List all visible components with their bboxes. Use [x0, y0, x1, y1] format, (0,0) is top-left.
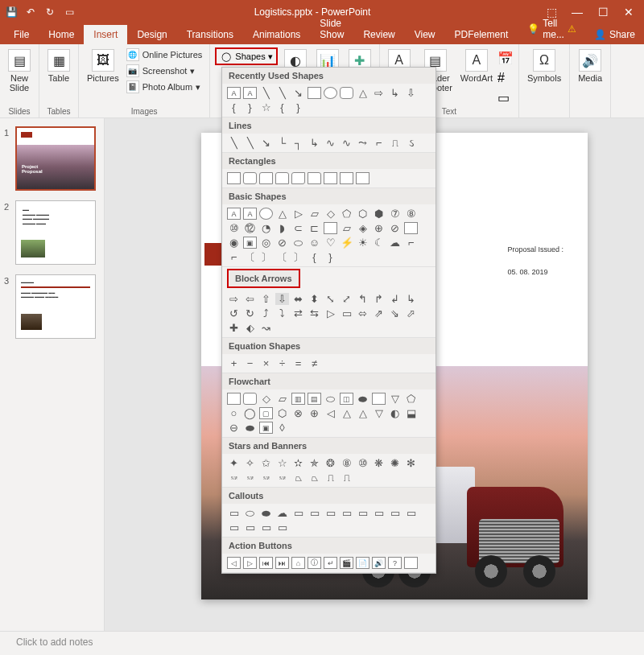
shape-icon[interactable]: ⑦ [388, 208, 402, 220]
shape-icon[interactable]: ▥ [291, 393, 305, 405]
shape-icon[interactable]: ☺ [308, 237, 321, 249]
shape-icon[interactable] [404, 557, 418, 569]
shape-icon[interactable]: ⎍ [340, 472, 353, 484]
shape-icon[interactable]: ☆ [275, 457, 289, 469]
shape-icon[interactable]: ☀ [356, 237, 369, 249]
shape-icon[interactable]: △ [340, 407, 353, 419]
shape-icon[interactable]: A [243, 208, 257, 220]
shape-icon[interactable]: ▭ [372, 507, 386, 519]
shape-icon[interactable]: ⊗ [291, 407, 305, 419]
shape-rect-icon[interactable] [227, 172, 241, 184]
shape-icon[interactable]: ◫ [340, 393, 353, 405]
online-pictures-button[interactable]: 🌐Online Pictures [124, 47, 205, 62]
symbols-button[interactable]: ΩSymbols [524, 47, 564, 84]
shape-curve-icon[interactable]: ∿ [340, 137, 353, 149]
media-button[interactable]: 🔊Media [575, 47, 605, 84]
shape-icon[interactable]: ◊ [275, 422, 289, 434]
shapes-button[interactable]: ◯Shapes▾ [215, 47, 277, 65]
shape-star-icon[interactable]: ☆ [259, 101, 273, 113]
shape-icon[interactable]: ▭ [243, 521, 257, 533]
tab-file[interactable]: File [4, 25, 39, 44]
shape-lbrace-icon[interactable]: { [227, 101, 241, 113]
shape-icon[interactable]: ⚡ [340, 237, 353, 249]
shape-icon[interactable]: ◈ [356, 222, 369, 234]
shape-icon[interactable]: ↲ [388, 293, 402, 305]
shape-icon[interactable]: ◁ [324, 407, 337, 419]
tab-animations[interactable]: Animations [243, 25, 310, 44]
shape-icon[interactable]: ▭ [259, 521, 273, 533]
shape-elbow-icon[interactable]: ↳ [388, 87, 402, 99]
shape-rbrace-icon[interactable]: } [243, 101, 257, 113]
shape-icon[interactable]: ? [388, 557, 402, 569]
shape-icon[interactable]: ⬭ [291, 237, 305, 249]
shape-curve-icon[interactable]: ⤳ [356, 137, 369, 149]
shape-icon[interactable]: ↳ [404, 293, 418, 305]
save-icon[interactable]: 💾 [4, 5, 19, 19]
shape-icon[interactable]: ✫ [291, 457, 305, 469]
shape-icon[interactable]: ⇗ [372, 307, 386, 319]
thumbnail-1[interactable]: 1 Project Proposal [4, 126, 100, 191]
screenshot-button[interactable]: 📷Screenshot▾ [124, 64, 205, 78]
shape-icon[interactable]: ▱ [308, 208, 321, 220]
shape-icon[interactable]: ⌐ [227, 251, 241, 263]
shape-icon[interactable]: ⤴ [259, 307, 273, 319]
shape-icon[interactable]: ✚ [227, 322, 241, 334]
shape-icon[interactable]: ↺ [227, 307, 241, 319]
shape-line-icon[interactable]: ╲ [227, 137, 241, 149]
shape-line2-icon[interactable]: ╲ [275, 87, 289, 99]
shape-icon[interactable]: ✺ [388, 457, 402, 469]
shape-icon[interactable]: ⇨ [227, 293, 241, 305]
shape-icon[interactable]: ✦ [227, 457, 241, 469]
shape-icon[interactable]: ▷ [324, 307, 337, 319]
shape-icon[interactable]: ↰ [356, 293, 369, 305]
shape-icon[interactable]: 〔 [275, 251, 289, 263]
shape-icon[interactable]: △ [275, 208, 289, 220]
shape-roundrect-icon[interactable] [340, 87, 353, 99]
shape-icon[interactable]: ⇧ [259, 293, 273, 305]
shape-icon[interactable]: ▷ [243, 557, 257, 569]
shape-icon[interactable]: ◔ [259, 222, 273, 234]
shape-rect-icon[interactable] [243, 172, 257, 184]
shape-icon[interactable]: △ [356, 407, 369, 419]
shape-icon[interactable]: ▭ [227, 521, 241, 533]
shape-icon[interactable]: ⑩ [356, 457, 369, 469]
shape-icon[interactable]: ÷ [275, 357, 289, 369]
shape-icon[interactable]: ⬬ [243, 422, 257, 434]
maximize-icon[interactable]: ☐ [596, 5, 610, 19]
shape-icon[interactable]: = [291, 357, 305, 369]
thumbnail-3[interactable]: 3 ▬▬▬▬▬▬▬ ▬▬▬▬▬ ▬▬▬▬▬▬ ▬▬▬ ▬▬▬▬ [4, 274, 100, 339]
shape-icon[interactable]: ↻ [243, 307, 257, 319]
new-slide-button[interactable]: ▤New Slide [5, 47, 34, 94]
shape-icon[interactable]: ⬌ [291, 293, 305, 305]
shape-icon[interactable]: ◇ [324, 208, 337, 220]
shape-icon[interactable]: ⏢ [308, 472, 321, 484]
shape-rbrace2-icon[interactable]: } [291, 101, 305, 113]
shape-icon[interactable]: ▣ [243, 237, 257, 249]
shape-icon[interactable]: 〕 [259, 251, 273, 263]
redo-icon[interactable]: ↻ [43, 5, 57, 19]
shape-icon[interactable] [259, 208, 273, 220]
shape-icon[interactable]: 🔊 [372, 557, 386, 569]
shape-icon[interactable]: ◇ [259, 393, 273, 405]
shape-icon[interactable]: ⤵ [275, 307, 289, 319]
shape-elbow-icon[interactable]: └ [275, 137, 289, 149]
shape-icon[interactable]: ▽ [372, 407, 386, 419]
shape-icon[interactable]: × [259, 357, 273, 369]
shape-icon[interactable]: 〔 [243, 251, 257, 263]
shape-icon[interactable]: ❋ [372, 457, 386, 469]
tab-design[interactable]: Design [127, 25, 176, 44]
shape-icon[interactable]: ▭ [356, 507, 369, 519]
shape-icon[interactable]: ↵ [324, 557, 337, 569]
shape-icon[interactable]: ◎ [259, 237, 273, 249]
shape-line-icon[interactable]: ╲ [243, 137, 257, 149]
shape-icon[interactable]: ⇦ [243, 293, 257, 305]
shape-arrow-icon[interactable]: ↘ [291, 87, 305, 99]
shape-textbox2-icon[interactable]: A [243, 87, 257, 99]
shape-icon[interactable] [404, 222, 418, 234]
shape-icon[interactable]: ⑫ [243, 222, 257, 234]
shape-icon[interactable]: ⊂ [291, 222, 305, 234]
shape-icon[interactable]: ▭ [275, 521, 289, 533]
shape-icon[interactable]: ▭ [308, 507, 321, 519]
shape-scribble-icon[interactable]: ઽ [404, 137, 418, 149]
shape-icon[interactable]: ○ [227, 407, 241, 419]
